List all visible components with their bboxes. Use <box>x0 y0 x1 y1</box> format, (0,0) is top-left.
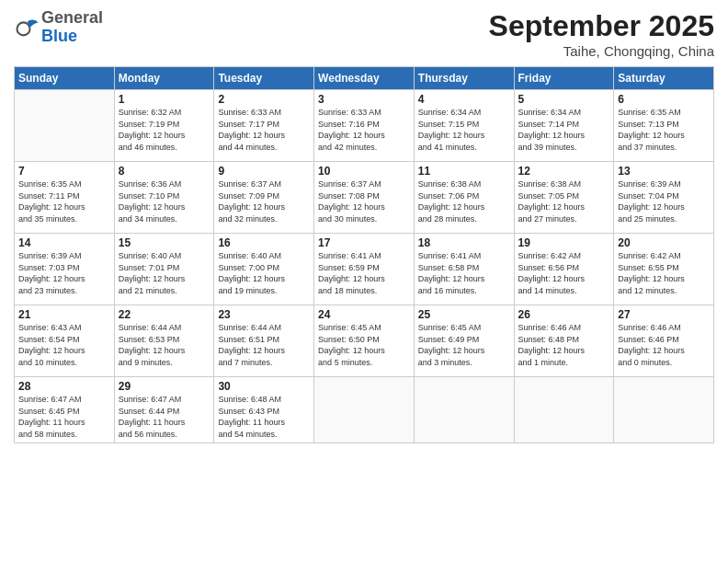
day-info: Sunrise: 6:40 AM Sunset: 7:01 PM Dayligh… <box>119 250 210 296</box>
table-row: 27Sunrise: 6:46 AM Sunset: 6:46 PM Dayli… <box>614 305 714 377</box>
day-info: Sunrise: 6:46 AM Sunset: 6:48 PM Dayligh… <box>518 322 610 368</box>
day-info: Sunrise: 6:47 AM Sunset: 6:45 PM Dayligh… <box>18 394 110 440</box>
day-number: 22 <box>119 308 210 321</box>
day-number: 18 <box>418 236 510 249</box>
day-info: Sunrise: 6:37 AM Sunset: 7:09 PM Dayligh… <box>218 178 310 224</box>
col-tuesday: Tuesday <box>214 67 314 90</box>
calendar-week-row: 21Sunrise: 6:43 AM Sunset: 6:54 PM Dayli… <box>15 305 714 377</box>
page-container: General Blue September 2025 Taihe, Chong… <box>0 0 728 453</box>
table-row: 24Sunrise: 6:45 AM Sunset: 6:50 PM Dayli… <box>314 305 415 377</box>
day-info: Sunrise: 6:46 AM Sunset: 6:46 PM Dayligh… <box>618 322 710 368</box>
day-info: Sunrise: 6:43 AM Sunset: 6:54 PM Dayligh… <box>18 322 110 368</box>
day-number: 26 <box>518 308 610 321</box>
day-number: 20 <box>618 236 710 249</box>
day-info: Sunrise: 6:45 AM Sunset: 6:50 PM Dayligh… <box>318 322 410 368</box>
table-row: 14Sunrise: 6:39 AM Sunset: 7:03 PM Dayli… <box>15 234 115 305</box>
day-number: 8 <box>119 165 210 178</box>
col-monday: Monday <box>114 67 214 90</box>
day-info: Sunrise: 6:41 AM Sunset: 6:58 PM Dayligh… <box>418 250 510 296</box>
table-row: 26Sunrise: 6:46 AM Sunset: 6:48 PM Dayli… <box>514 305 614 377</box>
day-info: Sunrise: 6:35 AM Sunset: 7:11 PM Dayligh… <box>18 178 110 224</box>
table-row: 28Sunrise: 6:47 AM Sunset: 6:45 PM Dayli… <box>15 377 115 443</box>
logo-general-text: General <box>41 8 103 27</box>
calendar-week-row: 7Sunrise: 6:35 AM Sunset: 7:11 PM Daylig… <box>15 162 714 234</box>
col-thursday: Thursday <box>414 67 514 90</box>
day-number: 27 <box>618 308 710 321</box>
table-row: 9Sunrise: 6:37 AM Sunset: 7:09 PM Daylig… <box>214 162 314 234</box>
table-row <box>614 377 714 443</box>
table-row: 17Sunrise: 6:41 AM Sunset: 6:59 PM Dayli… <box>314 234 415 305</box>
col-wednesday: Wednesday <box>314 67 415 90</box>
day-number: 19 <box>518 236 610 249</box>
day-number: 9 <box>218 165 310 178</box>
table-row: 1Sunrise: 6:32 AM Sunset: 7:19 PM Daylig… <box>114 90 214 162</box>
table-row: 30Sunrise: 6:48 AM Sunset: 6:43 PM Dayli… <box>214 377 314 443</box>
day-number: 3 <box>318 93 410 106</box>
day-number: 7 <box>18 165 110 178</box>
day-number: 14 <box>18 236 110 249</box>
table-row: 20Sunrise: 6:42 AM Sunset: 6:55 PM Dayli… <box>614 234 714 305</box>
table-row: 5Sunrise: 6:34 AM Sunset: 7:14 PM Daylig… <box>514 90 614 162</box>
header: General Blue September 2025 Taihe, Chong… <box>14 9 714 59</box>
table-row <box>514 377 614 443</box>
day-number: 2 <box>218 93 310 106</box>
day-number: 13 <box>618 165 710 178</box>
day-number: 21 <box>18 308 110 321</box>
day-number: 30 <box>218 380 310 393</box>
table-row: 3Sunrise: 6:33 AM Sunset: 7:16 PM Daylig… <box>314 90 415 162</box>
day-number: 29 <box>119 380 210 393</box>
day-number: 24 <box>318 308 410 321</box>
day-number: 25 <box>418 308 510 321</box>
day-info: Sunrise: 6:41 AM Sunset: 6:59 PM Dayligh… <box>318 250 410 296</box>
table-row: 19Sunrise: 6:42 AM Sunset: 6:56 PM Dayli… <box>514 234 614 305</box>
logo-icon <box>14 15 40 40</box>
table-row: 6Sunrise: 6:35 AM Sunset: 7:13 PM Daylig… <box>614 90 714 162</box>
table-row <box>414 377 514 443</box>
table-row: 10Sunrise: 6:37 AM Sunset: 7:08 PM Dayli… <box>314 162 415 234</box>
day-number: 12 <box>518 165 610 178</box>
day-number: 28 <box>18 380 110 393</box>
day-info: Sunrise: 6:47 AM Sunset: 6:44 PM Dayligh… <box>119 394 210 440</box>
table-row: 7Sunrise: 6:35 AM Sunset: 7:11 PM Daylig… <box>15 162 115 234</box>
table-row: 18Sunrise: 6:41 AM Sunset: 6:58 PM Dayli… <box>414 234 514 305</box>
day-info: Sunrise: 6:40 AM Sunset: 7:00 PM Dayligh… <box>218 250 310 296</box>
day-number: 16 <box>218 236 310 249</box>
calendar-week-row: 1Sunrise: 6:32 AM Sunset: 7:19 PM Daylig… <box>15 90 714 162</box>
table-row: 11Sunrise: 6:38 AM Sunset: 7:06 PM Dayli… <box>414 162 514 234</box>
table-row: 13Sunrise: 6:39 AM Sunset: 7:04 PM Dayli… <box>614 162 714 234</box>
day-number: 4 <box>418 93 510 106</box>
day-info: Sunrise: 6:34 AM Sunset: 7:15 PM Dayligh… <box>418 107 510 153</box>
table-row: 29Sunrise: 6:47 AM Sunset: 6:44 PM Dayli… <box>114 377 214 443</box>
day-info: Sunrise: 6:38 AM Sunset: 7:06 PM Dayligh… <box>418 178 510 224</box>
table-row: 2Sunrise: 6:33 AM Sunset: 7:17 PM Daylig… <box>214 90 314 162</box>
day-info: Sunrise: 6:42 AM Sunset: 6:56 PM Dayligh… <box>518 250 610 296</box>
day-info: Sunrise: 6:38 AM Sunset: 7:05 PM Dayligh… <box>518 178 610 224</box>
table-row: 15Sunrise: 6:40 AM Sunset: 7:01 PM Dayli… <box>114 234 214 305</box>
calendar-table: Sunday Monday Tuesday Wednesday Thursday… <box>14 66 714 443</box>
table-row: 22Sunrise: 6:44 AM Sunset: 6:53 PM Dayli… <box>114 305 214 377</box>
calendar-week-row: 28Sunrise: 6:47 AM Sunset: 6:45 PM Dayli… <box>15 377 714 443</box>
day-number: 11 <box>418 165 510 178</box>
day-number: 10 <box>318 165 410 178</box>
month-title: September 2025 <box>489 9 714 43</box>
table-row: 12Sunrise: 6:38 AM Sunset: 7:05 PM Dayli… <box>514 162 614 234</box>
table-row: 16Sunrise: 6:40 AM Sunset: 7:00 PM Dayli… <box>214 234 314 305</box>
day-number: 17 <box>318 236 410 249</box>
table-row: 21Sunrise: 6:43 AM Sunset: 6:54 PM Dayli… <box>15 305 115 377</box>
svg-point-0 <box>17 22 30 35</box>
title-block: September 2025 Taihe, Chongqing, China <box>489 9 714 59</box>
table-row: 4Sunrise: 6:34 AM Sunset: 7:15 PM Daylig… <box>414 90 514 162</box>
day-info: Sunrise: 6:42 AM Sunset: 6:55 PM Dayligh… <box>618 250 710 296</box>
day-info: Sunrise: 6:37 AM Sunset: 7:08 PM Dayligh… <box>318 178 410 224</box>
calendar-week-row: 14Sunrise: 6:39 AM Sunset: 7:03 PM Dayli… <box>15 234 714 305</box>
day-info: Sunrise: 6:35 AM Sunset: 7:13 PM Dayligh… <box>618 107 710 153</box>
day-number: 15 <box>119 236 210 249</box>
table-row: 8Sunrise: 6:36 AM Sunset: 7:10 PM Daylig… <box>114 162 214 234</box>
day-number: 5 <box>518 93 610 106</box>
day-number: 1 <box>119 93 210 106</box>
day-info: Sunrise: 6:44 AM Sunset: 6:51 PM Dayligh… <box>218 322 310 368</box>
day-info: Sunrise: 6:36 AM Sunset: 7:10 PM Dayligh… <box>119 178 210 224</box>
day-number: 6 <box>618 93 710 106</box>
day-info: Sunrise: 6:33 AM Sunset: 7:17 PM Dayligh… <box>218 107 310 153</box>
day-info: Sunrise: 6:48 AM Sunset: 6:43 PM Dayligh… <box>218 394 310 440</box>
